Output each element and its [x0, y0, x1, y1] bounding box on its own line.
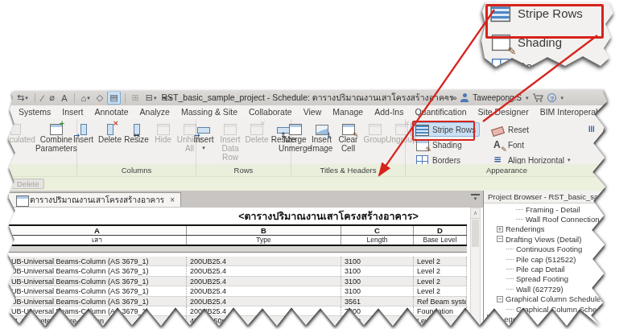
expand-icon[interactable]: +: [497, 226, 503, 232]
options-delete-button[interactable]: Delete: [11, 179, 44, 189]
delete-button[interactable]: ×Delete: [244, 120, 270, 146]
table-cell[interactable]: Level 2: [414, 257, 467, 266]
ribbon-tab-collaborate[interactable]: Collaborate: [243, 105, 298, 119]
column-header[interactable]: Length: [341, 236, 414, 245]
table-cell[interactable]: 200UB25.4: [187, 286, 341, 296]
stripe-rows-button[interactable]: Stripe Rows: [411, 122, 480, 137]
table-cell[interactable]: UB-Universal Beams-Column (AS 3679_1): [8, 306, 187, 316]
table-cell[interactable]: 450 x 450mm: [187, 316, 341, 326]
column-letter[interactable]: C: [341, 226, 414, 235]
thin-lines-icon[interactable]: ⊞: [130, 91, 142, 105]
signed-in-user[interactable]: Taweepong.S: [473, 93, 522, 102]
table-cell[interactable]: 3100: [341, 286, 414, 296]
merge-unmerge-button[interactable]: Merge Unmerge: [283, 120, 308, 154]
ribbon-tab-site-designer[interactable]: Site Designer: [473, 105, 535, 119]
ribbon-tab-systems[interactable]: Systems: [13, 105, 56, 119]
tree-item-renderings[interactable]: +Renderings: [484, 224, 609, 234]
group-button[interactable]: Group: [362, 120, 388, 146]
tree-item-legends[interactable]: Legends: [484, 314, 609, 323]
switch-windows-icon[interactable]: ⊟▾: [143, 91, 159, 105]
column-letter[interactable]: B: [187, 226, 341, 235]
hide-button[interactable]: Hide: [151, 120, 176, 146]
table-cell[interactable]: Ref Beam system: [414, 297, 467, 306]
tree-item-graphical-column-schedules[interactable]: −Graphical Column Schedules: [484, 294, 609, 304]
ribbon-tab-massing-site[interactable]: Massing & Site: [175, 105, 243, 119]
close-tab-icon[interactable]: ×: [170, 195, 175, 204]
table-cell[interactable]: 3100: [341, 277, 414, 286]
user-account-icon[interactable]: [460, 93, 469, 102]
callout-borders-button[interactable]: Borders: [489, 60, 560, 73]
scrollbar-thumb[interactable]: [472, 220, 479, 247]
schedule-view-tab[interactable]: ตารางปริมาณงานเสาโครงสร้างอาคาร ×: [8, 192, 181, 207]
customize-qat-icon[interactable]: ≡▾: [161, 91, 175, 105]
dropdown-arrow-icon[interactable]: ▾: [202, 145, 205, 151]
ribbon-tab-add-ins[interactable]: Add-Ins: [369, 105, 409, 119]
dropdown-arrow-icon[interactable]: ▾: [87, 95, 90, 101]
help-icon[interactable]: ?: [547, 93, 556, 102]
tree-item-spread-footing[interactable]: Spread Footing: [484, 274, 609, 284]
table-cell[interactable]: 200UB25.4: [187, 297, 341, 306]
insert-image-button[interactable]: ↓Insert Image: [309, 120, 335, 154]
table-cell[interactable]: UB-Universal Beams-Column (AS 3679_1): [8, 257, 187, 266]
tree-item-graphical-column-schedule[interactable]: Graphical Column Schedule: [484, 304, 609, 314]
measure-icon[interactable]: ∕: [39, 91, 46, 105]
dropdown-arrow-icon[interactable]: ▾: [568, 157, 571, 163]
table-cell[interactable]: UB-Universal Beams-Column (AS 3679_1): [8, 297, 187, 306]
app-store-cart-icon[interactable]: [532, 93, 543, 102]
views-back-icon[interactable]: ◂: [444, 94, 447, 101]
column-letter[interactable]: D: [414, 226, 467, 235]
tree-item-wall-627729-[interactable]: Wall (627729): [484, 284, 609, 294]
resize-button[interactable]: ↔Resize: [124, 120, 150, 146]
align-vertical-button[interactable]: Align Vertical▾: [580, 122, 609, 137]
default-3d-view-icon[interactable]: ⌂▾: [79, 91, 93, 105]
column-header[interactable]: เสา: [8, 236, 187, 245]
insert-button[interactable]: →Insert▾: [191, 120, 217, 151]
delete-button[interactable]: ×Delete: [97, 120, 123, 146]
column-letter[interactable]: A: [8, 226, 187, 235]
dropdown-arrow-icon[interactable]: ▾: [154, 95, 157, 101]
table-cell[interactable]: 3561: [341, 297, 414, 306]
ribbon-tab-manage[interactable]: Manage: [327, 105, 369, 119]
table-cell[interactable]: Level 2: [414, 266, 467, 276]
ribbon-tab-analyze[interactable]: Analyze: [134, 105, 175, 119]
dropdown-arrow-icon[interactable]: ▾: [169, 95, 172, 101]
column-header[interactable]: Base Level: [414, 236, 467, 245]
schedule-view-icon[interactable]: ▤: [107, 91, 120, 105]
search-binoculars-icon[interactable]: ∞: [451, 93, 456, 102]
insert-data-row-button[interactable]: Insert Data Row: [217, 120, 243, 162]
align-tools-icon[interactable]: ⇆▾: [14, 91, 31, 105]
table-cell[interactable]: UB-Universal Beams-Column (AS 3679_1): [8, 266, 187, 276]
ribbon-tab-annotate[interactable]: Annotate: [89, 105, 134, 119]
ribbon-tab-insert[interactable]: Insert: [56, 105, 89, 119]
clear-cell-button[interactable]: ✎Clear Cell: [336, 120, 361, 154]
calculated-button[interactable]: Calculated: [6, 120, 35, 146]
tree-item-wall-roof-connection-deta[interactable]: Wall Roof Connection Deta: [484, 214, 609, 224]
aligned-dimension-icon[interactable]: ⌀: [47, 91, 58, 105]
table-cell[interactable]: UB-Universal Beams-Column (AS 3679_1): [8, 286, 187, 296]
table-cell[interactable]: 200UB25.4: [187, 257, 341, 266]
table-cell[interactable]: UB-Universal Beams-Column (AS 3679_1): [8, 277, 187, 286]
tab-list-icon[interactable]: ▼: [471, 194, 480, 202]
collapse-icon[interactable]: −: [497, 236, 503, 242]
vertical-scrollbar[interactable]: ∧: [470, 208, 481, 329]
user-dropdown-icon[interactable]: ▾: [526, 95, 529, 101]
table-cell[interactable]: 3100: [341, 257, 414, 266]
table-cell[interactable]: M_Concrete-Square-Column: [8, 316, 187, 326]
table-cell[interactable]: Level 1: [414, 316, 467, 326]
ribbon-tab-view[interactable]: View: [298, 105, 328, 119]
tree-item-pile-cap-512522-[interactable]: Pile cap (512522): [484, 254, 609, 264]
ribbon-tab-quantification[interactable]: Quantification: [409, 105, 472, 119]
tree-item-continuous-footing[interactable]: Continuous Footing: [484, 245, 609, 254]
column-header[interactable]: Type: [187, 236, 341, 245]
text-note-icon[interactable]: A: [59, 91, 69, 105]
tree-item-pile-cap-detail[interactable]: Pile cap Detail: [484, 264, 609, 273]
table-cell[interactable]: 200UB25.4: [187, 266, 341, 276]
scroll-up-icon[interactable]: ∧: [471, 208, 480, 219]
tag-icon[interactable]: ◇: [94, 91, 105, 105]
table-cell[interactable]: 3350: [341, 316, 414, 326]
collapse-icon[interactable]: −: [497, 296, 503, 302]
table-cell[interactable]: Foundation: [414, 306, 467, 316]
insert-button[interactable]: →Insert: [71, 120, 97, 146]
help-dropdown-icon[interactable]: ▾: [560, 95, 564, 101]
table-cell[interactable]: 200UB25.4: [187, 306, 341, 316]
